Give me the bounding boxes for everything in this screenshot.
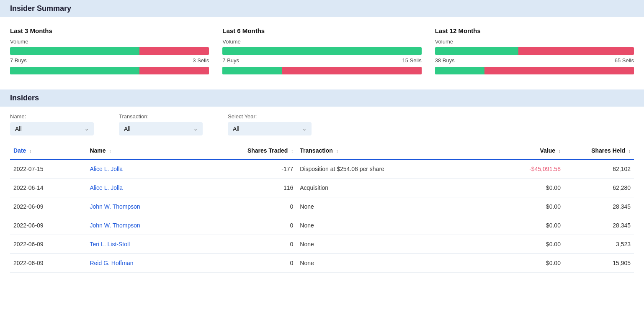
cell-shares-traded-3: 0 bbox=[214, 216, 297, 235]
period-label-2: Last 12 Months bbox=[435, 27, 634, 34]
table-header: Date ↕ Name ↕ Shares Traded ↕ Transact bbox=[10, 142, 634, 159]
cell-date-1: 2022-06-14 bbox=[10, 179, 86, 197]
cell-shares-traded-1: 116 bbox=[214, 179, 297, 197]
col-header-name[interactable]: Name ↕ bbox=[86, 142, 214, 159]
summary-section: Last 3 Months Volume 7 Buys 3 Sells Last… bbox=[0, 17, 644, 81]
date-sort-icon: ↕ bbox=[29, 149, 31, 153]
cell-date-5: 2022-06-09 bbox=[10, 254, 86, 273]
period-label-1: Last 6 Months bbox=[222, 27, 421, 34]
cell-transaction-2: None bbox=[296, 197, 487, 216]
cell-transaction-3: None bbox=[296, 216, 487, 235]
summary-block-0: Last 3 Months Volume 7 Buys 3 Sells bbox=[10, 27, 209, 74]
year-filter-select[interactable]: All ⌄ bbox=[228, 122, 312, 135]
insiders-table: Date ↕ Name ↕ Shares Traded ↕ Transact bbox=[10, 142, 634, 273]
transaction-filter-chevron-icon: ⌄ bbox=[193, 126, 198, 132]
cell-value-5: $0.00 bbox=[487, 254, 564, 273]
cell-transaction-0: Disposition at $254.08 per share bbox=[296, 159, 487, 179]
volume-bar-red-0 bbox=[139, 47, 209, 55]
cell-value-1: $0.00 bbox=[487, 179, 564, 197]
name-sort-icon: ↕ bbox=[109, 149, 111, 153]
cell-shares-held-4: 3,523 bbox=[564, 235, 634, 254]
buys-sells-row-1: 7 Buys 15 Sells bbox=[222, 57, 421, 64]
cell-transaction-1: Acquisition bbox=[296, 179, 487, 197]
cell-shares-held-5: 15,905 bbox=[564, 254, 634, 273]
sells-label-2: 65 Sells bbox=[615, 57, 634, 64]
transaction-filter-group: Transaction: All ⌄ bbox=[119, 113, 203, 135]
buys-sells-row-0: 7 Buys 3 Sells bbox=[10, 57, 209, 64]
cell-date-0: 2022-07-15 bbox=[10, 159, 86, 179]
name-filter-chevron-icon: ⌄ bbox=[85, 126, 89, 132]
cell-shares-traded-0: -177 bbox=[214, 159, 297, 179]
col-header-shares-held[interactable]: Shares Held ↕ bbox=[564, 142, 634, 159]
col-header-transaction[interactable]: Transaction ↕ bbox=[296, 142, 487, 159]
count-bar-red-2 bbox=[484, 67, 634, 74]
cell-date-4: 2022-06-09 bbox=[10, 235, 86, 254]
table-container: Date ↕ Name ↕ Shares Traded ↕ Transact bbox=[0, 135, 644, 273]
table-row: 2022-06-09 Reid G. Hoffman 0 None $0.00 … bbox=[10, 254, 634, 273]
count-bar-0 bbox=[10, 67, 209, 74]
buys-sells-row-2: 38 Buys 65 Sells bbox=[435, 57, 634, 64]
col-header-date[interactable]: Date ↕ bbox=[10, 142, 86, 159]
header-row: Date ↕ Name ↕ Shares Traded ↕ Transact bbox=[10, 142, 634, 159]
col-header-shares-traded[interactable]: Shares Traded ↕ bbox=[214, 142, 297, 159]
name-filter-label: Name: bbox=[10, 113, 94, 120]
count-bar-green-0 bbox=[10, 67, 139, 74]
cell-shares-held-3: 28,345 bbox=[564, 216, 634, 235]
value-sort-icon: ↕ bbox=[559, 149, 561, 153]
table-row: 2022-06-14 Alice L. Jolla 116 Acquisitio… bbox=[10, 179, 634, 197]
cell-shares-held-0: 62,102 bbox=[564, 159, 634, 179]
table-row: 2022-06-09 John W. Thompson 0 None $0.00… bbox=[10, 197, 634, 216]
table-row: 2022-06-09 Teri L. List-Stoll 0 None $0.… bbox=[10, 235, 634, 254]
year-filter-chevron-icon: ⌄ bbox=[302, 126, 307, 132]
table-body: 2022-07-15 Alice L. Jolla -177 Dispositi… bbox=[10, 159, 634, 273]
year-filter-value: All bbox=[233, 125, 240, 132]
volume-label-0: Volume bbox=[10, 38, 209, 45]
filters-row: Name: All ⌄ Transaction: All ⌄ Select Ye… bbox=[0, 107, 644, 135]
cell-value-4: $0.00 bbox=[487, 235, 564, 254]
sells-label-1: 15 Sells bbox=[402, 57, 421, 64]
volume-bar-0 bbox=[10, 47, 209, 55]
cell-value-2: $0.00 bbox=[487, 197, 564, 216]
cell-shares-held-1: 62,280 bbox=[564, 179, 634, 197]
insider-summary-header: Insider Summary bbox=[0, 0, 644, 17]
buys-label-1: 7 Buys bbox=[222, 57, 239, 64]
cell-name-3[interactable]: John W. Thompson bbox=[86, 216, 214, 235]
cell-date-2: 2022-06-09 bbox=[10, 197, 86, 216]
cell-transaction-5: None bbox=[296, 254, 487, 273]
cell-name-0[interactable]: Alice L. Jolla bbox=[86, 159, 214, 179]
cell-value-3: $0.00 bbox=[487, 216, 564, 235]
volume-bar-red-2 bbox=[518, 47, 634, 55]
shares-held-sort-icon: ↕ bbox=[629, 149, 631, 153]
sells-label-0: 3 Sells bbox=[193, 57, 209, 64]
count-bar-1 bbox=[222, 67, 421, 74]
cell-name-1[interactable]: Alice L. Jolla bbox=[86, 179, 214, 197]
cell-shares-traded-5: 0 bbox=[214, 254, 297, 273]
name-filter-select[interactable]: All ⌄ bbox=[10, 122, 94, 135]
cell-name-5[interactable]: Reid G. Hoffman bbox=[86, 254, 214, 273]
col-header-value[interactable]: Value ↕ bbox=[487, 142, 564, 159]
cell-shares-held-2: 28,345 bbox=[564, 197, 634, 216]
count-bar-green-2 bbox=[435, 67, 485, 74]
insider-summary-title: Insider Summary bbox=[10, 4, 71, 13]
transaction-sort-icon: ↕ bbox=[336, 149, 338, 153]
cell-name-4[interactable]: Teri L. List-Stoll bbox=[86, 235, 214, 254]
volume-bar-green-2 bbox=[435, 47, 519, 55]
page-container: Insider Summary Last 3 Months Volume 7 B… bbox=[0, 0, 644, 332]
transaction-filter-label: Transaction: bbox=[119, 113, 203, 120]
volume-bar-1 bbox=[222, 47, 421, 55]
volume-bar-green-0 bbox=[10, 47, 139, 55]
table-row: 2022-06-09 John W. Thompson 0 None $0.00… bbox=[10, 216, 634, 235]
cell-shares-traded-4: 0 bbox=[214, 235, 297, 254]
buys-label-2: 38 Buys bbox=[435, 57, 455, 64]
cell-shares-traded-2: 0 bbox=[214, 197, 297, 216]
count-bar-2 bbox=[435, 67, 634, 74]
cell-date-3: 2022-06-09 bbox=[10, 216, 86, 235]
cell-name-2[interactable]: John W. Thompson bbox=[86, 197, 214, 216]
shares-traded-sort-icon: ↕ bbox=[291, 149, 293, 153]
volume-label-1: Volume bbox=[222, 38, 421, 45]
summary-block-1: Last 6 Months Volume 7 Buys 15 Sells bbox=[222, 27, 421, 74]
year-filter-group: Select Year: All ⌄ bbox=[228, 113, 312, 135]
insiders-section: Insiders Name: All ⌄ Transaction: All ⌄ … bbox=[0, 89, 644, 273]
summary-block-2: Last 12 Months Volume 38 Buys 65 Sells bbox=[435, 27, 634, 74]
transaction-filter-select[interactable]: All ⌄ bbox=[119, 122, 203, 135]
